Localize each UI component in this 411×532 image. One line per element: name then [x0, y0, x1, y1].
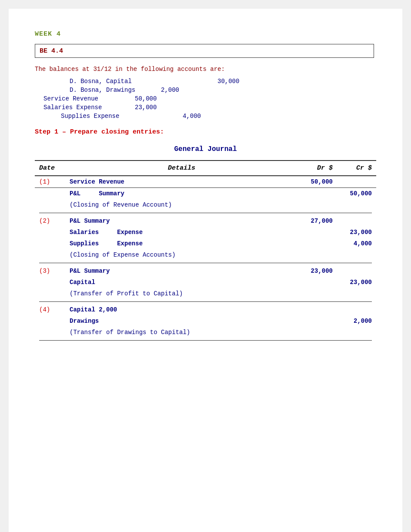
- entry-dr-empty: [298, 188, 337, 200]
- table-row: (4) Capital 2,000: [35, 304, 376, 315]
- journal-table: Date Details Dr $ Cr $ (1) Service Reven…: [35, 160, 376, 343]
- entry-cr: [337, 176, 376, 188]
- table-row: (1) Service Revenue 50,000: [35, 176, 376, 188]
- header-date: Date: [35, 161, 65, 176]
- entry-cr-empty: [337, 249, 376, 261]
- balance-row: D. Bosna, Capital 30,000: [35, 78, 376, 85]
- entry-cr-empty: [337, 199, 376, 211]
- table-row: P&L Summary 50,000: [35, 188, 376, 200]
- entry-cr-empty: [337, 304, 376, 315]
- divider-row: [35, 338, 376, 343]
- table-row: (Transfer of Drawings to Capital): [35, 327, 376, 338]
- entry-id: (3): [35, 265, 65, 277]
- entry-id: (1): [35, 176, 65, 188]
- entry-cr-empty: [337, 327, 376, 338]
- header-details: Details: [65, 161, 298, 176]
- entry-id-empty: [35, 199, 65, 211]
- entry-dr: 27,000: [298, 215, 337, 227]
- be-box: BE 4.4: [35, 44, 374, 58]
- table-row: (Closing of Expense Accounts): [35, 249, 376, 261]
- page: WEEK 4 BE 4.4 The balances at 31/12 in t…: [9, 9, 402, 532]
- table-row: Capital 23,000: [35, 277, 376, 288]
- table-row: (2) P&L Summary 27,000: [35, 215, 376, 227]
- balance-value: 23,000: [135, 104, 157, 111]
- table-row: (Closing of Revenue Account): [35, 199, 376, 211]
- entry-sub-details: P&L Summary: [65, 188, 298, 200]
- entry-note: (Transfer of Profit to Capital): [65, 288, 298, 299]
- week-title: WEEK 4: [35, 30, 376, 38]
- divider-row: [35, 299, 376, 304]
- balance-label: D. Bosna, Drawings: [35, 87, 148, 94]
- entry-cr: 2,000: [337, 315, 376, 327]
- entry-id-empty: [35, 277, 65, 288]
- balance-value: 50,000: [135, 95, 157, 102]
- entry-sub-details: Supplies Expense: [65, 238, 298, 249]
- entry-dr-empty: [298, 238, 337, 249]
- entry-id: (2): [35, 215, 65, 227]
- entry-dr-empty: [298, 277, 337, 288]
- step-heading: Step 1 – Prepare closing entries:: [35, 128, 376, 136]
- entry-sub-details: Capital: [65, 277, 298, 288]
- intro-text: The balances at 31/12 in the following a…: [35, 66, 376, 73]
- entry-dr-empty: [298, 327, 337, 338]
- entry-note: (Closing of Expense Accounts): [65, 249, 298, 261]
- table-header-row: Date Details Dr $ Cr $: [35, 161, 376, 176]
- table-row: (Transfer of Profit to Capital): [35, 288, 376, 299]
- balance-row: D. Bosna, Drawings 2,000: [35, 87, 376, 94]
- balance-row: Service Revenue 50,000: [35, 95, 376, 102]
- balance-label: D. Bosna, Capital: [35, 78, 174, 85]
- balance-value: 2,000: [148, 87, 179, 94]
- entry-dr: [298, 304, 337, 315]
- entry-id-empty: [35, 327, 65, 338]
- journal-title: General Journal: [35, 145, 376, 153]
- entry-dr-empty: [298, 199, 337, 211]
- balance-label: Salaries Expense: [35, 104, 135, 111]
- balance-row: Supplies Expense 4,000: [35, 113, 376, 120]
- table-row: Salaries Expense 23,000: [35, 227, 376, 238]
- entry-main-details: P&L Summary: [65, 215, 298, 227]
- entry-cr-empty: [337, 265, 376, 277]
- balance-label: Supplies Expense: [35, 113, 148, 120]
- entry-note: (Closing of Revenue Account): [65, 199, 298, 211]
- entry-dr-empty: [298, 288, 337, 299]
- entry-dr-empty: [298, 315, 337, 327]
- entry-sub-details: Drawings: [65, 315, 298, 327]
- be-label: BE 4.4: [40, 47, 63, 55]
- entry-cr: 23,000: [337, 277, 376, 288]
- divider-row: [35, 261, 376, 265]
- entry-cr: 4,000: [337, 238, 376, 249]
- entry-main-details: P&L Summary: [65, 265, 298, 277]
- entry-dr: 50,000: [298, 176, 337, 188]
- entry-id: (4): [35, 304, 65, 315]
- entry-id-empty: [35, 188, 65, 200]
- header-dr: Dr $: [298, 161, 337, 176]
- balance-label: Service Revenue: [35, 95, 135, 102]
- entry-cr-empty: [337, 288, 376, 299]
- entry-sub-details: Salaries Expense: [65, 227, 298, 238]
- header-cr: Cr $: [337, 161, 376, 176]
- table-row: Supplies Expense 4,000: [35, 238, 376, 249]
- table-row: Drawings 2,000: [35, 315, 376, 327]
- entry-cr: 50,000: [337, 188, 376, 200]
- entry-main-details: Capital 2,000: [65, 304, 298, 315]
- entry-dr-empty: [298, 249, 337, 261]
- balance-row: Salaries Expense 23,000: [35, 104, 376, 111]
- balance-value: 4,000: [148, 113, 201, 120]
- balance-value: 30,000: [174, 78, 239, 85]
- entry-id-empty: [35, 227, 65, 238]
- balances-section: D. Bosna, Capital 30,000 D. Bosna, Drawi…: [35, 78, 376, 120]
- entry-dr-empty: [298, 227, 337, 238]
- entry-id-empty: [35, 288, 65, 299]
- entry-id-empty: [35, 238, 65, 249]
- entry-dr: 23,000: [298, 265, 337, 277]
- entry-id-empty: [35, 249, 65, 261]
- entry-main-details: Service Revenue: [65, 176, 298, 188]
- divider-row: [35, 211, 376, 215]
- entry-cr-empty: [337, 215, 376, 227]
- table-row: (3) P&L Summary 23,000: [35, 265, 376, 277]
- entry-note: (Transfer of Drawings to Capital): [65, 327, 298, 338]
- entry-cr: 23,000: [337, 227, 376, 238]
- entry-id-empty: [35, 315, 65, 327]
